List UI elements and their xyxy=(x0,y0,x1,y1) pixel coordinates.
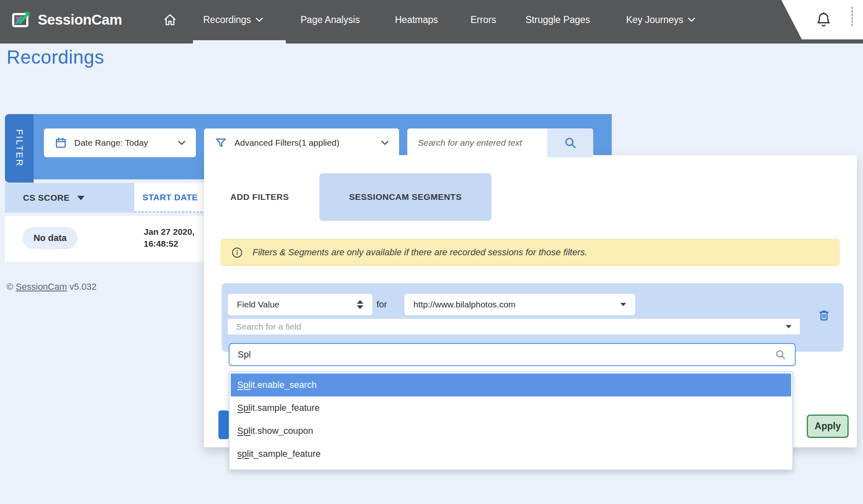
list-item-split-sample-feature[interactable]: Split.sample_feature xyxy=(231,396,791,419)
filter-tab-label: FILTER xyxy=(14,129,25,167)
chevron-down-icon xyxy=(688,18,695,22)
cs-score-badge: No data xyxy=(23,227,78,249)
nav-item-label: Recordings xyxy=(203,14,251,25)
brand-name: SessionCam xyxy=(38,11,122,28)
sort-descending-icon xyxy=(77,196,85,200)
list-item-split-sample-feature-2[interactable]: split_sample_feature xyxy=(231,442,791,465)
advanced-filters-button[interactable]: Advanced Filters(1 applied) xyxy=(204,128,399,157)
delete-filter-button[interactable] xyxy=(815,306,833,324)
apply-button[interactable]: Apply xyxy=(807,415,849,438)
funnel-icon xyxy=(215,137,227,149)
chevron-down-icon xyxy=(256,18,263,22)
site-select-value: http://www.bilalphotos.com xyxy=(413,300,516,309)
nav-item-recordings[interactable]: Recordings xyxy=(203,0,263,39)
tab-add-filters[interactable]: ADD FILTERS xyxy=(220,173,299,221)
nav-item-struggle-pages[interactable]: Struggle Pages xyxy=(526,0,590,39)
search-icon xyxy=(774,348,787,361)
chevron-down-icon xyxy=(178,141,185,145)
dropdown-arrow-icon xyxy=(786,325,792,328)
trash-icon xyxy=(817,309,831,322)
nav-item-label: Errors xyxy=(471,14,496,25)
field-search-input-wrap xyxy=(229,343,796,366)
sessioncam-logo-icon xyxy=(11,9,32,30)
date-range-button[interactable]: Date Range: Today xyxy=(44,128,196,157)
list-item-split-enable-search[interactable]: Split.enable_search xyxy=(231,373,791,396)
calendar-icon xyxy=(55,137,67,149)
page-title: Recordings xyxy=(7,46,104,68)
date-range-label: Date Range: Today xyxy=(74,138,148,148)
field-type-value: Field Value xyxy=(237,300,280,309)
nav-item-label: Key Journeys xyxy=(626,14,683,25)
filter-side-tab[interactable]: FILTER xyxy=(5,114,34,183)
footer-sessioncam-link[interactable]: SessionCam xyxy=(16,282,67,292)
search-input[interactable] xyxy=(407,128,547,157)
chevron-down-icon xyxy=(381,141,388,145)
partially-hidden-blue-button[interactable] xyxy=(218,410,229,439)
search-button[interactable] xyxy=(547,128,593,157)
nav-item-label: Page Analysis xyxy=(301,14,360,25)
cs-score-header-label: CS SCORE xyxy=(23,193,70,203)
info-banner-text: Filters & Segments are only available if… xyxy=(252,247,588,258)
field-search-input[interactable] xyxy=(238,349,774,360)
advanced-filters-panel: ADD FILTERS SESSIONCAM SEGMENTS Filters … xyxy=(204,155,857,447)
field-search-placeholder: Search for a field xyxy=(236,322,301,332)
home-nav-button[interactable] xyxy=(163,0,177,39)
footer-copyright: © SessionCam v5.032 xyxy=(7,282,96,292)
top-navbar: SessionCam Recordings Page Analysis Heat… xyxy=(0,0,863,44)
info-banner: Filters & Segments are only available if… xyxy=(220,239,840,266)
field-suggestions-list: Split.enable_search Split.sample_feature… xyxy=(229,371,793,470)
text-search-group xyxy=(407,128,593,157)
start-date-header-label: START DATE xyxy=(142,192,198,202)
field-type-select[interactable]: Field Value xyxy=(228,294,372,315)
dropdown-arrow-icon xyxy=(620,303,626,306)
notifications-button[interactable] xyxy=(815,10,833,30)
nav-item-label: Heatmaps xyxy=(395,14,438,25)
site-select[interactable]: http://www.bilalphotos.com xyxy=(404,294,635,315)
active-nav-tab-indicator xyxy=(193,40,286,44)
recordings-page: SessionCam Recordings Page Analysis Heat… xyxy=(0,0,863,504)
nav-item-errors[interactable]: Errors xyxy=(471,0,496,39)
search-icon xyxy=(563,136,577,150)
start-date-value: Jan 27 2020, 16:48:52 xyxy=(144,226,195,250)
info-icon xyxy=(232,247,243,258)
nav-item-key-journeys[interactable]: Key Journeys xyxy=(626,0,695,39)
brand-logo[interactable]: SessionCam xyxy=(11,0,122,39)
nav-item-label: Struggle Pages xyxy=(526,14,590,25)
home-icon xyxy=(163,12,177,27)
select-spinner-icon xyxy=(357,300,363,309)
advanced-filters-label: Advanced Filters(1 applied) xyxy=(234,138,340,148)
field-search-combobox[interactable]: Search for a field xyxy=(228,319,800,334)
vertical-dashed-divider-icon xyxy=(852,7,853,26)
nav-item-page-analysis[interactable]: Page Analysis xyxy=(301,0,360,39)
nav-item-heatmaps[interactable]: Heatmaps xyxy=(395,0,438,39)
list-item-split-show-coupon[interactable]: Split.show_coupon xyxy=(231,419,791,442)
column-header-cs-score[interactable]: CS SCORE xyxy=(5,183,134,213)
tab-sessioncam-segments[interactable]: SESSIONCAM SEGMENTS xyxy=(319,173,491,221)
bell-icon xyxy=(815,11,832,28)
for-connector-label: for xyxy=(376,294,387,315)
